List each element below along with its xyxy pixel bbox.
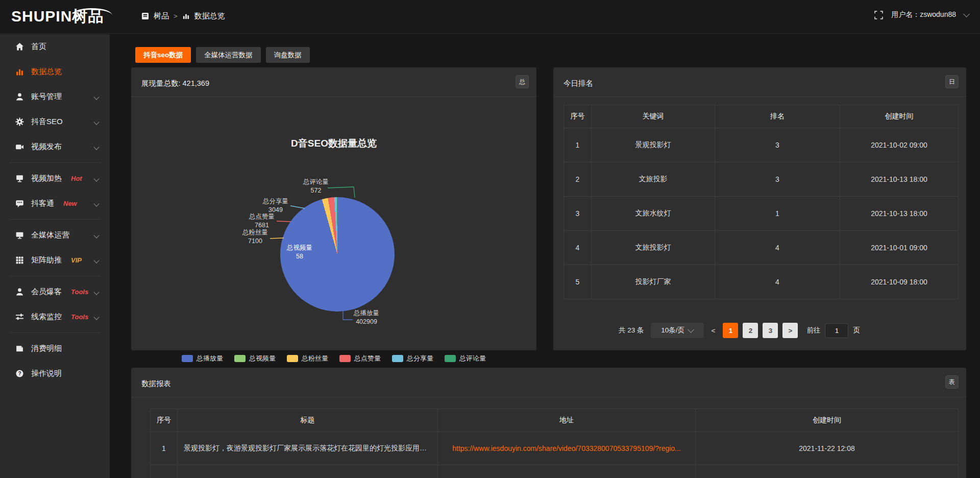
chart-title: D音SEO数据量总览 (131, 137, 536, 150)
legend-item-videos[interactable]: 总视频量 (234, 354, 276, 363)
goto-label: 前往 (806, 326, 820, 335)
page-size-select[interactable]: 10条/页 (651, 323, 704, 338)
pie-chart-area: D音SEO数据量总览 总评论量 572 总分享量 3049 总点赞量 7681 … (131, 97, 536, 350)
data-type-tabs: 抖音seo数据 全媒体运营数据 询盘数据 (135, 47, 310, 63)
table-badge-button[interactable]: 表 (945, 375, 959, 389)
chevron-down-icon (688, 326, 694, 333)
page-button-3[interactable]: 3 (763, 323, 778, 338)
video-camera-icon (15, 142, 24, 151)
col-header-keyword: 关键词 (592, 105, 715, 128)
chevron-down-icon (93, 232, 99, 238)
grid-small-icon (141, 12, 149, 20)
table-row: 4 文旅投影灯 4 2021-10-01 09:00 (564, 231, 959, 265)
sidebar-item-member-burst[interactable]: 会员爆客 Tools (0, 279, 110, 304)
sidebar-item-label: 数据总览 (31, 67, 62, 77)
chevron-down-icon (93, 201, 99, 206)
sidebar-item-douyin-seo[interactable]: 抖音SEO (0, 109, 110, 134)
legend-item-shares[interactable]: 总分享量 (392, 354, 433, 363)
fullscreen-icon[interactable] (874, 11, 883, 19)
day-badge-button[interactable]: 日 (945, 75, 959, 88)
sidebar-item-label: 操作说明 (31, 369, 62, 378)
goto-page-input[interactable] (825, 323, 848, 338)
sidebar-item-label: 会员爆客 (31, 287, 62, 297)
pie-label-videos: 总视频量 58 (272, 244, 328, 261)
goto-suffix: 页 (853, 326, 860, 335)
legend-item-comments[interactable]: 总评论量 (445, 354, 486, 363)
legend-item-fans[interactable]: 总粉丝量 (287, 354, 328, 363)
sidebar-item-instructions[interactable]: ? 操作说明 (0, 361, 110, 386)
app-logo: SHUPIN树品 (11, 6, 104, 27)
table-row: 3 文旅水纹灯 1 2021-10-13 18:00 (564, 197, 959, 231)
sidebar-item-label: 视频加热 (31, 174, 62, 183)
sliders-icon (15, 313, 24, 321)
legend-item-plays[interactable]: 总播放量 (182, 354, 223, 363)
bar-chart-icon (15, 67, 24, 76)
chevron-down-icon (93, 314, 99, 320)
sidebar-divider (9, 162, 101, 163)
pagination-total: 共 23 条 (619, 326, 644, 335)
sidebar-item-video-heat[interactable]: 视频加热 Hot (0, 166, 110, 191)
chevron-down-icon (93, 94, 99, 100)
top-header: SHUPIN树品 树品 > 数据总览 用户名：zswodun88 (0, 0, 980, 34)
table-row (151, 465, 959, 478)
tab-douyin-seo-data[interactable]: 抖音seo数据 (135, 47, 191, 63)
page-button-2[interactable]: 2 (743, 323, 758, 338)
tab-inquiry-data[interactable]: 询盘数据 (266, 47, 310, 63)
sidebar-item-doukertong[interactable]: 抖客通 New (0, 191, 110, 216)
bar-chart-icon (182, 12, 190, 20)
sidebar-item-matrix-boost[interactable]: 矩阵助推 VIP (0, 248, 110, 273)
chevron-down-icon (963, 11, 970, 17)
chart-panel-header: 展现量总数: 421,369 总 (131, 67, 536, 97)
username-label[interactable]: 用户名：zswodun88 (891, 10, 956, 19)
new-badge: New (63, 200, 77, 207)
sidebar-item-video-publish[interactable]: 视频发布 (0, 134, 110, 159)
seo-chart-panel: 展现量总数: 421,369 总 D音SEO数据量总览 总评论量 572 总分享… (131, 67, 536, 350)
next-page-button[interactable]: > (782, 323, 798, 338)
sidebar-item-spend-detail[interactable]: 消费明细 (0, 336, 110, 361)
chevron-down-icon (93, 176, 99, 181)
sidebar-item-data-overview[interactable]: 数据总览 (0, 59, 110, 84)
table-row: 5 投影灯厂家 4 2021-10-09 18:00 (564, 265, 959, 299)
table-row: 1 景观投影灯，夜游景观投影灯厂家展示展示落花灯在花园里的灯光投影应用效果 #.… (151, 432, 959, 465)
impressions-total-label: 展现量总数: 421,369 (141, 79, 209, 88)
video-link[interactable]: https://www.iesdouyin.com/share/video/70… (438, 432, 696, 465)
chevron-down-icon (93, 289, 99, 295)
legend-swatch (287, 355, 298, 362)
member-icon (15, 288, 24, 296)
sidebar-item-account-management[interactable]: 账号管理 (0, 84, 110, 109)
legend-item-likes[interactable]: 总点赞量 (339, 354, 381, 363)
grid-icon (15, 256, 24, 265)
sidebar-item-omnimedia[interactable]: 全媒体运营 (0, 223, 110, 248)
chevron-down-icon (93, 257, 99, 263)
chevron-down-icon (93, 119, 99, 125)
breadcrumb-root[interactable]: 树品 (154, 11, 169, 21)
pie-label-comments: 总评论量 572 (288, 178, 344, 195)
breadcrumb-current[interactable]: 数据总览 (194, 11, 225, 21)
col-header-title: 标题 (178, 409, 438, 432)
tab-omnimedia-data[interactable]: 全媒体运营数据 (196, 47, 261, 63)
ranking-panel-title: 今日排名 (564, 79, 593, 88)
chevron-down-icon (93, 144, 99, 150)
tools-badge: Tools (71, 313, 88, 321)
legend-swatch (339, 355, 351, 362)
col-header-rank: 排名 (715, 105, 840, 128)
report-panel-header: 数据报表 表 (131, 368, 966, 397)
chat-icon (15, 199, 24, 208)
chart-legend: 总播放量 总视频量 总粉丝量 总点赞量 总分享量 总评论量 (131, 354, 536, 363)
col-header-created: 创建时间 (696, 409, 959, 432)
table-header-row: 序号 关键词 排名 创建时间 (564, 105, 959, 128)
sidebar-item-home[interactable]: 首页 (0, 34, 110, 59)
total-badge-button[interactable]: 总 (516, 75, 529, 88)
table-row: 1 景观投影灯 3 2021-10-02 09:00 (564, 128, 959, 162)
legend-swatch (182, 355, 193, 362)
page-button-1[interactable]: 1 (723, 323, 738, 338)
prev-page-button[interactable]: < (708, 327, 719, 334)
question-icon: ? (15, 369, 24, 378)
breadcrumb-separator: > (174, 12, 178, 20)
col-header-created: 创建时间 (840, 105, 959, 128)
ranking-table: 序号 关键词 排名 创建时间 1 景观投影灯 3 2021-10-02 09:0… (564, 105, 959, 299)
svg-text:?: ? (18, 371, 21, 376)
gear-icon (15, 117, 24, 126)
sidebar-item-lead-monitor[interactable]: 线索监控 Tools (0, 304, 110, 329)
home-icon (15, 42, 24, 51)
